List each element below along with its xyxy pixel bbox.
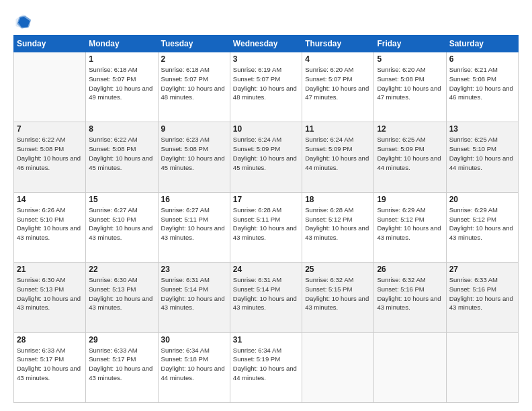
calendar-cell: [374, 332, 446, 402]
calendar-cell: 29Sunrise: 6:33 AM Sunset: 5:17 PM Dayli…: [86, 332, 158, 402]
day-number: 19: [377, 195, 443, 204]
calendar-cell: 15Sunrise: 6:27 AM Sunset: 5:10 PM Dayli…: [86, 192, 158, 262]
day-number: 18: [305, 195, 371, 204]
week-row-3: 14Sunrise: 6:26 AM Sunset: 5:10 PM Dayli…: [14, 192, 519, 262]
day-number: 20: [449, 195, 515, 204]
calendar-cell: 6Sunrise: 6:21 AM Sunset: 5:08 PM Daylig…: [446, 52, 518, 122]
calendar-cell: [302, 332, 374, 402]
day-number: 4: [305, 54, 371, 64]
day-info: Sunrise: 6:31 AM Sunset: 5:14 PM Dayligh…: [233, 275, 299, 312]
weekday-header-saturday: Saturday: [446, 36, 518, 52]
calendar-cell: 9Sunrise: 6:23 AM Sunset: 5:08 PM Daylig…: [158, 122, 230, 192]
week-row-2: 7Sunrise: 6:22 AM Sunset: 5:08 PM Daylig…: [14, 122, 519, 192]
day-info: Sunrise: 6:29 AM Sunset: 5:12 PM Dayligh…: [377, 205, 443, 242]
calendar-cell: 11Sunrise: 6:24 AM Sunset: 5:09 PM Dayli…: [302, 122, 374, 192]
weekday-header-tuesday: Tuesday: [158, 36, 230, 52]
page: SundayMondayTuesdayWednesdayThursdayFrid…: [0, 0, 532, 411]
day-number: 29: [89, 335, 154, 345]
day-number: 11: [305, 124, 371, 134]
calendar-cell: 21Sunrise: 6:30 AM Sunset: 5:13 PM Dayli…: [14, 263, 86, 332]
day-info: Sunrise: 6:20 AM Sunset: 5:07 PM Dayligh…: [305, 65, 371, 102]
calendar-cell: [14, 52, 86, 122]
weekday-header-friday: Friday: [374, 36, 446, 52]
day-number: 10: [233, 124, 299, 134]
day-info: Sunrise: 6:25 AM Sunset: 5:10 PM Dayligh…: [449, 135, 515, 172]
day-info: Sunrise: 6:33 AM Sunset: 5:17 PM Dayligh…: [17, 346, 83, 383]
calendar-cell: 27Sunrise: 6:33 AM Sunset: 5:16 PM Dayli…: [446, 263, 518, 332]
calendar-cell: 16Sunrise: 6:27 AM Sunset: 5:11 PM Dayli…: [158, 192, 230, 262]
calendar-cell: 4Sunrise: 6:20 AM Sunset: 5:07 PM Daylig…: [302, 52, 374, 122]
calendar-cell: 8Sunrise: 6:22 AM Sunset: 5:08 PM Daylig…: [86, 122, 158, 192]
calendar-cell: 31Sunrise: 6:34 AM Sunset: 5:19 PM Dayli…: [230, 332, 302, 402]
day-info: Sunrise: 6:34 AM Sunset: 5:18 PM Dayligh…: [161, 346, 227, 383]
weekday-header-row: SundayMondayTuesdayWednesdayThursdayFrid…: [14, 36, 519, 52]
day-info: Sunrise: 6:29 AM Sunset: 5:12 PM Dayligh…: [449, 205, 515, 242]
day-number: 22: [89, 265, 154, 274]
day-info: Sunrise: 6:31 AM Sunset: 5:14 PM Dayligh…: [161, 275, 227, 312]
calendar-cell: 10Sunrise: 6:24 AM Sunset: 5:09 PM Dayli…: [230, 122, 302, 192]
day-number: 8: [89, 124, 154, 134]
day-number: 25: [305, 265, 371, 274]
day-number: 5: [377, 54, 443, 64]
day-info: Sunrise: 6:24 AM Sunset: 5:09 PM Dayligh…: [305, 135, 371, 172]
week-row-5: 28Sunrise: 6:33 AM Sunset: 5:17 PM Dayli…: [14, 332, 519, 402]
calendar-cell: 3Sunrise: 6:19 AM Sunset: 5:07 PM Daylig…: [230, 52, 302, 122]
calendar-cell: 17Sunrise: 6:28 AM Sunset: 5:11 PM Dayli…: [230, 192, 302, 262]
day-info: Sunrise: 6:33 AM Sunset: 5:16 PM Dayligh…: [449, 275, 515, 312]
calendar-cell: 2Sunrise: 6:18 AM Sunset: 5:07 PM Daylig…: [158, 52, 230, 122]
day-number: 2: [161, 54, 227, 64]
week-row-4: 21Sunrise: 6:30 AM Sunset: 5:13 PM Dayli…: [14, 263, 519, 332]
day-info: Sunrise: 6:20 AM Sunset: 5:08 PM Dayligh…: [377, 65, 443, 102]
day-info: Sunrise: 6:28 AM Sunset: 5:12 PM Dayligh…: [305, 205, 371, 242]
day-number: 13: [449, 124, 515, 134]
weekday-header-wednesday: Wednesday: [230, 36, 302, 52]
weekday-header-sunday: Sunday: [14, 36, 86, 52]
day-number: 9: [161, 124, 227, 134]
day-number: 16: [161, 195, 227, 204]
day-info: Sunrise: 6:22 AM Sunset: 5:08 PM Dayligh…: [89, 135, 154, 172]
day-number: 24: [233, 265, 299, 274]
calendar-cell: 13Sunrise: 6:25 AM Sunset: 5:10 PM Dayli…: [446, 122, 518, 192]
day-number: 27: [449, 265, 515, 274]
day-number: 23: [161, 265, 227, 274]
day-info: Sunrise: 6:25 AM Sunset: 5:09 PM Dayligh…: [377, 135, 443, 172]
calendar-cell: 19Sunrise: 6:29 AM Sunset: 5:12 PM Dayli…: [374, 192, 446, 262]
day-number: 1: [89, 54, 154, 64]
calendar-cell: 20Sunrise: 6:29 AM Sunset: 5:12 PM Dayli…: [446, 192, 518, 262]
day-number: 21: [17, 265, 83, 274]
day-number: 17: [233, 195, 299, 204]
day-info: Sunrise: 6:23 AM Sunset: 5:08 PM Dayligh…: [161, 135, 227, 172]
day-number: 31: [233, 335, 299, 345]
weekday-header-monday: Monday: [86, 36, 158, 52]
calendar-cell: 24Sunrise: 6:31 AM Sunset: 5:14 PM Dayli…: [230, 263, 302, 332]
day-number: 14: [17, 195, 83, 204]
day-info: Sunrise: 6:27 AM Sunset: 5:10 PM Dayligh…: [89, 205, 154, 242]
day-info: Sunrise: 6:21 AM Sunset: 5:08 PM Dayligh…: [449, 65, 515, 102]
day-number: 7: [17, 124, 83, 134]
day-info: Sunrise: 6:19 AM Sunset: 5:07 PM Dayligh…: [233, 65, 299, 102]
calendar-cell: 23Sunrise: 6:31 AM Sunset: 5:14 PM Dayli…: [158, 263, 230, 332]
day-info: Sunrise: 6:28 AM Sunset: 5:11 PM Dayligh…: [233, 205, 299, 242]
day-info: Sunrise: 6:22 AM Sunset: 5:08 PM Dayligh…: [17, 135, 83, 172]
day-number: 30: [161, 335, 227, 345]
calendar-cell: 1Sunrise: 6:18 AM Sunset: 5:07 PM Daylig…: [86, 52, 158, 122]
day-info: Sunrise: 6:24 AM Sunset: 5:09 PM Dayligh…: [233, 135, 299, 172]
day-info: Sunrise: 6:34 AM Sunset: 5:19 PM Dayligh…: [233, 346, 299, 383]
header: [13, 12, 519, 31]
day-info: Sunrise: 6:32 AM Sunset: 5:15 PM Dayligh…: [305, 275, 371, 312]
calendar-cell: 25Sunrise: 6:32 AM Sunset: 5:15 PM Dayli…: [302, 263, 374, 332]
day-info: Sunrise: 6:30 AM Sunset: 5:13 PM Dayligh…: [17, 275, 83, 312]
day-info: Sunrise: 6:18 AM Sunset: 5:07 PM Dayligh…: [89, 65, 154, 102]
day-info: Sunrise: 6:18 AM Sunset: 5:07 PM Dayligh…: [161, 65, 227, 102]
logo-icon: [13, 12, 32, 31]
day-number: 15: [89, 195, 154, 204]
calendar-cell: 22Sunrise: 6:30 AM Sunset: 5:13 PM Dayli…: [86, 263, 158, 332]
day-number: 28: [17, 335, 83, 345]
day-number: 12: [377, 124, 443, 134]
day-number: 26: [377, 265, 443, 274]
calendar-cell: 18Sunrise: 6:28 AM Sunset: 5:12 PM Dayli…: [302, 192, 374, 262]
calendar-table: SundayMondayTuesdayWednesdayThursdayFrid…: [13, 35, 519, 403]
day-info: Sunrise: 6:27 AM Sunset: 5:11 PM Dayligh…: [161, 205, 227, 242]
day-info: Sunrise: 6:26 AM Sunset: 5:10 PM Dayligh…: [17, 205, 83, 242]
day-info: Sunrise: 6:30 AM Sunset: 5:13 PM Dayligh…: [89, 275, 154, 312]
